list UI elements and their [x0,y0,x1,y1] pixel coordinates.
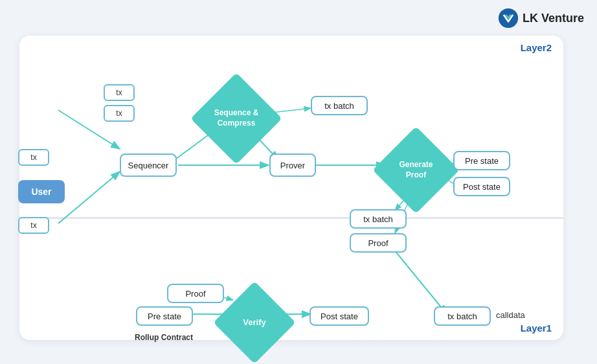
proof-bottom-box: Proof [167,284,224,303]
prover-box: Prover [269,154,316,177]
verify-text: Verify [243,317,265,328]
rollup-contract-label: Rollup Contract [135,331,193,343]
pre-state-right-box: Pre state [453,151,510,170]
tx-batch-mid-box: tx batch [350,209,407,229]
layer1-label: Layer1 [521,323,552,334]
logo-text: LK Venture [523,12,584,25]
sequencer-box: Sequencer [120,154,177,177]
tx-box-2: tx [104,105,135,122]
generate-proof-text: GenerateProof [399,160,433,180]
layer2-label: Layer2 [521,42,552,53]
sequence-compress-text: Sequence &Compress [214,108,259,128]
pre-state-bottom-box: Pre state [136,306,193,326]
generate-proof-diamond: GenerateProof [385,139,447,201]
user-box: User [18,180,65,203]
tx-box-4: tx [18,217,49,234]
post-state-bottom-box: Post state [310,306,369,326]
calldata-text: calldata [496,310,525,320]
post-state-right-box: Post state [453,177,510,196]
tx-box-3: tx [18,149,49,166]
sequence-compress-diamond: Sequence &Compress [204,86,269,151]
verify-diamond: Verify [225,293,284,352]
main-diagram: Layer2 Layer1 [19,36,563,340]
tx-batch-top-box: tx batch [311,96,368,115]
divider [19,217,563,219]
lk-venture-icon [498,8,519,28]
proof-mid-box: Proof [350,233,407,253]
tx-batch-bottom-box: tx batch [434,306,491,326]
logo-area: LK Venture [498,8,584,28]
svg-line-4 [58,172,120,223]
tx-box-1: tx [104,84,135,101]
svg-line-14 [389,243,447,314]
